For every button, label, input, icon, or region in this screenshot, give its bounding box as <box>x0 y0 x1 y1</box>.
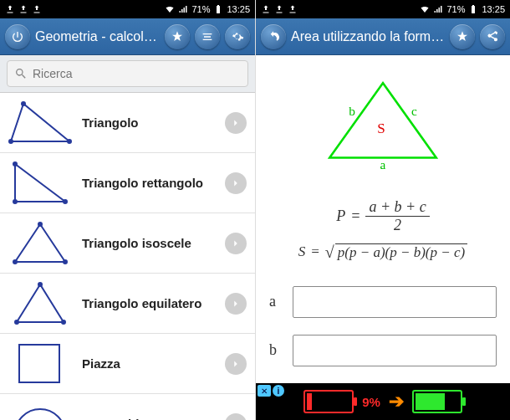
upload-icon <box>18 4 28 14</box>
svg-marker-0 <box>11 104 69 141</box>
label-c: c <box>411 104 417 118</box>
shape-list: Triangolo Triangolo rettangolo Triangolo… <box>0 93 255 420</box>
search-box[interactable] <box>7 60 248 87</box>
list-item-label: Piazza <box>82 356 217 371</box>
label-S: S <box>377 120 385 136</box>
power-button[interactable] <box>5 24 30 49</box>
app-title: Area utilizzando la formul... <box>291 29 445 44</box>
chevron-right-icon <box>225 353 247 375</box>
list-item-equilateral[interactable]: Triangolo equilatero <box>0 274 255 334</box>
chevron-right-icon <box>225 413 247 421</box>
signal-icon <box>178 4 188 14</box>
chevron-right-icon <box>225 233 247 254</box>
status-bar: 71% 13:25 <box>256 0 510 18</box>
svg-point-15 <box>62 320 65 324</box>
input-row-b: b <box>269 335 497 366</box>
svg-point-9 <box>38 223 42 226</box>
upload-icon <box>274 4 284 14</box>
detail-content: b c a S P = a + b + c 2 S = <box>256 55 510 420</box>
shape-icon-square <box>7 339 74 389</box>
search-input[interactable] <box>33 67 241 80</box>
battery-low-icon <box>303 390 354 413</box>
shape-icon-right-triangle <box>7 158 74 208</box>
svg-point-5 <box>13 162 17 166</box>
list-item-label: Triangolo isoscele <box>82 236 217 250</box>
screen-list: 71% 13:25 Geometria - calcolatrice <box>0 0 255 420</box>
list-item-triangle[interactable]: Triangolo <box>0 93 255 153</box>
svg-point-11 <box>64 260 67 264</box>
input-a[interactable] <box>293 286 497 318</box>
list-item-isoceles[interactable]: Triangolo isoscele <box>0 213 255 274</box>
battery-pct: 71% <box>191 4 210 14</box>
svg-point-7 <box>64 200 67 203</box>
formulas: P = a + b + c 2 S = √ p(p − a)(p − b)(p … <box>256 199 510 261</box>
settings-button[interactable] <box>225 24 250 49</box>
app-bar-right: Area utilizzando la formul... <box>256 18 510 55</box>
ad-pct: 9% <box>362 395 380 409</box>
chevron-right-icon <box>225 293 247 315</box>
svg-point-6 <box>13 200 17 203</box>
svg-point-17 <box>15 409 65 420</box>
arrow-right-icon: ➔ <box>389 391 404 412</box>
shape-icon-isoceles <box>7 218 74 269</box>
wifi-icon <box>420 4 430 14</box>
signal-icon <box>433 4 443 14</box>
list-button[interactable] <box>195 24 220 49</box>
list-item-square[interactable]: Piazza <box>0 334 255 394</box>
chevron-right-icon <box>225 112 247 134</box>
list-item-label: Triangolo <box>82 115 217 130</box>
back-button[interactable] <box>261 24 286 49</box>
clock: 13:25 <box>227 4 250 14</box>
input-label-b: b <box>269 341 284 359</box>
app-bar-left: Geometria - calcolatrice <box>0 18 255 55</box>
svg-point-1 <box>22 102 25 105</box>
share-button[interactable] <box>480 24 505 49</box>
battery-icon <box>468 4 478 14</box>
favorite-button[interactable] <box>165 24 190 49</box>
wifi-icon <box>165 4 175 14</box>
shape-icon-triangle <box>7 98 74 148</box>
svg-point-14 <box>15 320 18 324</box>
ad-close-icon[interactable]: ✕ <box>258 385 271 397</box>
svg-marker-8 <box>15 224 65 262</box>
list-item-label: Triangolo equilatero <box>82 296 217 310</box>
svg-rect-16 <box>19 345 59 382</box>
svg-point-3 <box>68 140 71 143</box>
upload-icon <box>288 4 298 14</box>
svg-marker-12 <box>17 284 64 322</box>
battery-full-icon <box>412 390 462 413</box>
svg-point-13 <box>38 283 42 286</box>
battery-pct: 71% <box>446 4 465 14</box>
app-title: Geometria - calcolatrice <box>35 29 160 44</box>
shape-icon-equilateral <box>7 279 74 329</box>
label-b: b <box>349 104 355 118</box>
search-icon <box>14 67 28 80</box>
favorite-button[interactable] <box>450 24 475 49</box>
upload-icon <box>32 4 42 14</box>
list-item-label: Triangolo rettangolo <box>82 176 217 190</box>
input-b[interactable] <box>293 335 497 366</box>
clock: 13:25 <box>482 4 505 14</box>
ad-info-icon[interactable]: i <box>273 385 284 397</box>
svg-point-2 <box>9 140 13 143</box>
list-item-circle[interactable]: Un cerchio <box>0 394 255 420</box>
label-a: a <box>380 157 386 172</box>
battery-icon <box>213 4 223 14</box>
upload-icon <box>261 4 271 14</box>
ad-banner[interactable]: ✕ i 9% ➔ <box>256 383 510 420</box>
chevron-right-icon <box>225 172 247 194</box>
search-wrap <box>0 55 255 93</box>
formula-perimeter: P = a + b + c 2 <box>256 199 510 233</box>
screen-detail: 71% 13:25 Area utilizzando la formul... … <box>255 0 510 420</box>
svg-point-10 <box>13 260 17 264</box>
input-row-a: a <box>269 286 497 318</box>
formula-area: S = √ p(p − a)(p − b)(p − c) <box>256 243 510 261</box>
status-bar: 71% 13:25 <box>0 0 255 18</box>
triangle-diagram: b c a S <box>256 64 510 177</box>
svg-marker-4 <box>15 164 65 202</box>
input-label-a: a <box>269 293 284 310</box>
list-item-label: Un cerchio <box>82 417 217 420</box>
list-item-right-triangle[interactable]: Triangolo rettangolo <box>0 153 255 213</box>
upload-icon <box>5 4 15 14</box>
inputs: a b <box>256 286 510 366</box>
